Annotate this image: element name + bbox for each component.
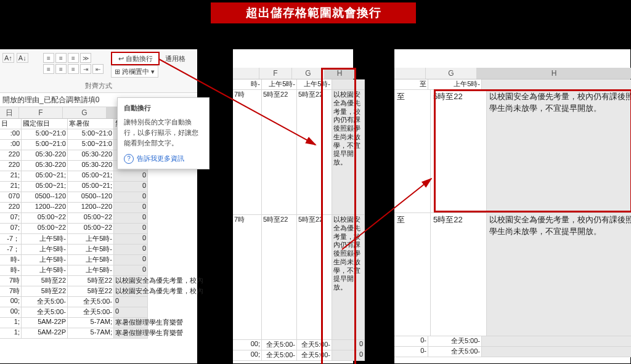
wrap-tooltip: 自動換行 讓特別長的文字自動換行，以多行顯示，好讓您能看到全部文字。 ? 告訴我… [117,97,210,169]
help-icon: ? [124,154,134,164]
font-size-controls[interactable]: A↑A↓ [2,53,28,63]
ribbon-group-label: 對齊方式 [0,81,197,91]
merge-label: 跨欄置中 [122,67,149,76]
grid-p3[interactable]: 至上午5時-0至5時至22以校園安全為優先考量，校內仍有課後照顧學生尚未放學，不… [394,79,630,357]
tooltip-more-link[interactable]: ? 告訴我更多資訊 [124,153,203,164]
wrap-text-label: 自動換行 [126,54,153,63]
column-headers-p2[interactable]: F G H [233,68,353,79]
alignment-buttons[interactable]: ≡≡≡ ≡≡≡ [43,53,79,75]
tooltip-title: 自動換行 [124,103,203,113]
indent-buttons[interactable]: ≫ ⇥⇤ [80,53,104,75]
grid-p2[interactable]: 時-上午5時-上午5時-7時5時至225時至22以校園安全為優先考量，校內仍有課… [233,79,353,361]
merge-icon: ⊞ [115,68,120,76]
tooltip-body: 讓特別長的文字自動換行，以多行顯示，好讓您能看到全部文字。 [124,117,203,148]
panel-right: G H 至上午5時-0至5時至22以校園安全為優先考量，校內仍有課後照顧學生尚未… [394,49,630,363]
number-format-label: 通用格 [165,54,185,63]
panel-left: A↑A↓ ≡≡≡ ≡≡≡ ≫ ⇥⇤ ↩ 自動換行 ⊞ 跨欄置中 ▾ 通用格 對齊… [0,49,197,363]
panel-middle: F G H 時-上午5時-上午5時-7時5時至225時至22以校園安全為優先考量… [233,49,353,363]
column-headers-p3[interactable]: G H [394,68,630,79]
title-banner: 超出儲存格範圍就會換行 [211,2,416,23]
merge-center-button[interactable]: ⊞ 跨欄置中 ▾ [111,65,158,78]
wrap-text-icon: ↩ [118,55,124,63]
formula-value: 開放的理由_已配合調整請填0 [2,95,99,105]
wrap-text-button[interactable]: ↩ 自動換行 [111,52,160,65]
ribbon: A↑A↓ ≡≡≡ ≡≡≡ ≫ ⇥⇤ ↩ 自動換行 ⊞ 跨欄置中 ▾ 通用格 對齊… [0,49,197,93]
